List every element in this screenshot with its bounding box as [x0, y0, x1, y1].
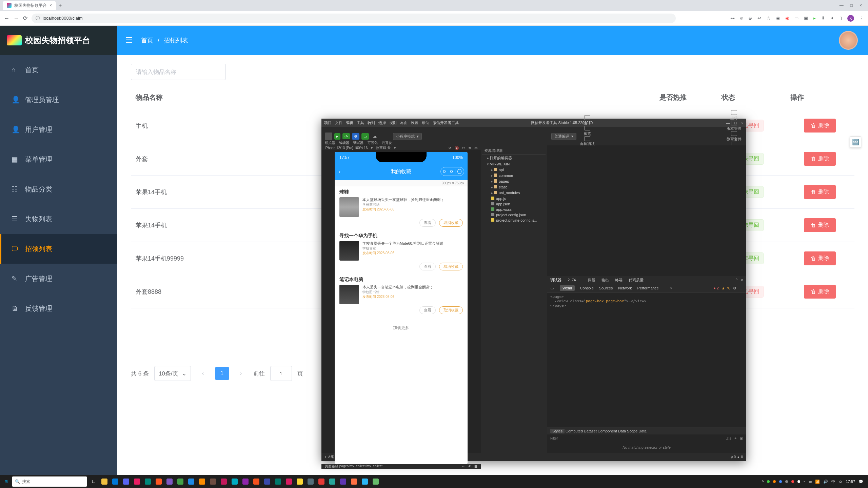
inspector-subtab[interactable]: Performance	[637, 286, 659, 290]
pin-icon[interactable]: ▣	[740, 436, 743, 440]
taskbar-app-icon[interactable]	[143, 477, 153, 486]
tree-file[interactable]: app.wxss	[482, 207, 546, 212]
user-avatar[interactable]	[839, 31, 858, 50]
tree-folder[interactable]: ▸pages	[482, 179, 546, 184]
sidebar-item-admin[interactable]: 👤管理员管理	[0, 85, 117, 115]
rotate-icon[interactable]: ↻	[468, 146, 471, 150]
taskbar-app-icon[interactable]	[111, 477, 120, 486]
code-tb-icon[interactable]: ‹/›	[342, 133, 350, 139]
taskbar-app-icon[interactable]	[306, 477, 315, 486]
cls-button[interactable]: .cls	[726, 436, 731, 440]
notifications-icon[interactable]: 💬	[859, 480, 863, 484]
delete-button[interactable]: 🗑删除	[804, 285, 836, 299]
capsule-button[interactable]	[440, 167, 464, 176]
menu-item[interactable]: 选择	[378, 121, 386, 125]
inspector-subtab[interactable]: Sources	[599, 286, 613, 290]
gesture-icon[interactable]: ↩	[757, 16, 761, 21]
taskbar-app-icon[interactable]	[328, 477, 337, 486]
shield-icon[interactable]: ◉	[785, 16, 789, 21]
volume-icon[interactable]: 🔊	[823, 480, 828, 484]
taskbar-app-icon[interactable]	[154, 477, 163, 486]
delete-button[interactable]: 🗑删除	[804, 185, 836, 199]
delete-button[interactable]: 🗑删除	[804, 218, 836, 232]
wxml-view[interactable]: <page> ▸<view class="page-box page-box">…	[547, 292, 746, 427]
home-tb-icon[interactable]: ▸	[334, 133, 340, 140]
taskbar-app-icon[interactable]	[252, 477, 261, 486]
menu-item[interactable]: 帮助	[422, 121, 429, 125]
styles-tab[interactable]: Styles	[550, 429, 565, 433]
delete-button[interactable]: 🗑删除	[804, 119, 836, 133]
sidebar-item-home[interactable]: ⌂首页	[0, 55, 117, 85]
tray-icon[interactable]	[797, 480, 800, 483]
inspector-subtab[interactable]: Wxml	[560, 285, 575, 291]
view-button[interactable]: 查看	[419, 219, 436, 227]
taskbar-app-icon[interactable]	[230, 477, 239, 486]
cloud-tb-icon[interactable]: ☁	[371, 133, 379, 140]
window-close-button[interactable]: ×	[860, 3, 862, 8]
url-input[interactable]: ⓘ localhost:8080/claim	[32, 14, 676, 23]
taskbar-app-icon[interactable]	[295, 477, 304, 486]
view-button[interactable]: 查看	[419, 263, 436, 270]
translate-icon[interactable]: ⎋	[740, 16, 743, 21]
sidebar-item-ad[interactable]: ✎广告管理	[0, 264, 117, 293]
hot-reload-label[interactable]: 热重载 关	[376, 145, 391, 150]
tray-icon[interactable]	[773, 480, 776, 483]
outline-toggle[interactable]: ▸ 大纲	[325, 454, 334, 459]
pager-size-select[interactable]: 10条/页 ⌄	[154, 366, 191, 381]
puzzle-icon[interactable]: ✦	[830, 16, 834, 21]
menu-item[interactable]: 项目	[324, 121, 332, 125]
window-max-button[interactable]: □	[850, 3, 853, 8]
lang-icon[interactable]: ☺	[839, 480, 842, 484]
expand-icon[interactable]: ☰	[474, 465, 477, 468]
sidebar-item-lost[interactable]: ☰失物列表	[0, 204, 117, 234]
refresh-icon[interactable]: ⟳	[449, 146, 451, 150]
popout-icon[interactable]: ▭	[474, 146, 477, 150]
inspector-tab[interactable]: 问题	[588, 278, 595, 282]
more-icon[interactable]: »	[670, 286, 672, 290]
cancel-favorite-button[interactable]: 取消收藏	[439, 219, 463, 227]
note-icon[interactable]: ▭	[794, 16, 798, 21]
sidebar-item-user[interactable]: 👤用户管理	[0, 115, 117, 144]
sidebar-item-category[interactable]: ☷物品分类	[0, 174, 117, 204]
reader-icon[interactable]: ▯	[840, 16, 842, 21]
inspector-subtab[interactable]: Console	[580, 286, 594, 290]
taskbar-app-icon[interactable]	[273, 477, 283, 486]
sidebar-item-claim[interactable]: 🖵招领列表	[0, 234, 117, 264]
styles-tab[interactable]: Scope Data	[627, 429, 646, 433]
browser-tab[interactable]: 校园失物招领平台 ×	[3, 1, 56, 10]
taskbar-app-icon[interactable]	[241, 477, 250, 486]
star-icon[interactable]: ☆	[767, 16, 771, 21]
delete-button[interactable]: 🗑删除	[804, 152, 836, 166]
tb-button[interactable]: 版本管理	[727, 121, 742, 131]
phone-simulator[interactable]: 17:57 100% ‹ 我的收藏 390px × 753px 球鞋	[335, 152, 468, 464]
pager-prev-button[interactable]: ‹	[196, 367, 210, 380]
flag-icon[interactable]: ▸	[813, 16, 816, 21]
taskbar-app-icon[interactable]	[338, 477, 348, 486]
nav-reload-button[interactable]: ⟳	[23, 15, 27, 21]
tab-close-icon[interactable]: ×	[50, 3, 52, 8]
menu-item[interactable]: 微信开发者工具	[433, 121, 459, 125]
tray-icon[interactable]	[785, 480, 788, 483]
devtool-titlebar[interactable]: 项目文件编辑工具转到选择视图界面设置帮助微信开发者工具 微信开发者工具 Stab…	[321, 119, 746, 127]
translate-widget[interactable]: 🔤	[850, 136, 861, 148]
tray-icon[interactable]	[779, 480, 782, 483]
tree-folder[interactable]: ▸uni_modules	[482, 190, 546, 196]
view-button[interactable]: 查看	[419, 306, 436, 314]
tab-debugger[interactable]: 调试器	[550, 278, 561, 283]
back-icon[interactable]: ‹	[339, 169, 340, 175]
clock[interactable]: 17:57	[846, 480, 855, 484]
key-icon[interactable]: ⊶	[730, 16, 735, 21]
dots-icon[interactable]: ⋮	[739, 286, 743, 290]
pager-goto-input[interactable]	[270, 366, 292, 381]
breadcrumb-home[interactable]: 首页	[141, 37, 153, 44]
window-min-button[interactable]: —	[840, 3, 844, 8]
styles-tab[interactable]: Component Data	[598, 429, 626, 433]
taskbar-app-icon[interactable]	[165, 477, 174, 486]
taskbar-app-icon[interactable]	[100, 477, 109, 486]
cancel-favorite-button[interactable]: 取消收藏	[439, 306, 463, 314]
taskbar-app-icon[interactable]	[132, 477, 142, 486]
menu-item[interactable]: 工具	[357, 121, 364, 125]
sidebar-item-feedback[interactable]: 🗎反馈管理	[0, 293, 117, 323]
tree-folder[interactable]: ▸api	[482, 167, 546, 173]
nav-back-button[interactable]: ←	[4, 15, 9, 21]
